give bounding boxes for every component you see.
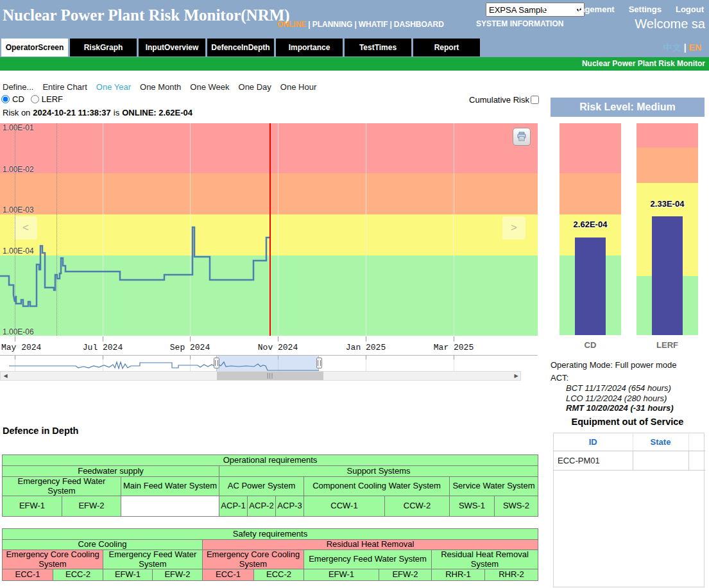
did-cell-sws-2[interactable]: SWS-2 <box>495 496 538 517</box>
did-cell-efw-2[interactable]: EFW-2 <box>62 496 121 517</box>
risk-status-datetime: 2024-10-21 11:38:37 <box>33 108 110 117</box>
chart-scrollbar[interactable]: ◀ ▶ ||| <box>0 371 521 381</box>
cd-gauge: 2.62E-04 <box>560 123 621 335</box>
equipment-col-id: ID <box>554 433 633 451</box>
navigator-left-handle[interactable] <box>214 358 219 368</box>
did-cell-ecc-2[interactable]: ECC-2 <box>254 569 304 581</box>
settings-link[interactable]: Settings <box>629 4 662 14</box>
x-axis-label: May 2024 <box>1 343 41 352</box>
app-root: Nuclear Power Plant Risk Monitor(NRM) ON… <box>0 0 709 588</box>
did-cell-ac-power-system: AC Power System <box>219 477 304 496</box>
range-one-month[interactable]: One Month <box>140 82 181 92</box>
lerf-radio-label[interactable]: LERF <box>42 94 63 104</box>
chart-x-axis: May 2024Jul 2024Sep 2024Nov 2024Jan 2025… <box>0 336 538 355</box>
did-cell-efw-1[interactable]: EFW-1 <box>304 569 379 581</box>
nav-online[interactable]: ONLINE <box>277 20 306 29</box>
defence-in-depth-title: Defence in Depth <box>3 426 78 436</box>
lang-zh-link[interactable]: 中文 <box>663 42 681 53</box>
did-row: Operational requirements <box>3 455 538 466</box>
did-cell-ecc-2[interactable]: ECC-2 <box>53 569 103 581</box>
did-cell-ecc-1[interactable]: ECC-1 <box>203 569 254 581</box>
act-list: BCT 11/17/2024 (654 hours)LCO 11/2/2024 … <box>551 383 707 413</box>
scrollbar-right-arrow-icon[interactable]: ▶ <box>512 372 520 380</box>
gauge-band <box>560 123 621 173</box>
act-label: ACT: <box>551 373 707 383</box>
tab-riskgraph[interactable]: RiskGraph <box>70 39 137 56</box>
range-one-week[interactable]: One Week <box>190 82 229 92</box>
did-cell-ccw-2[interactable]: CCW-2 <box>385 496 450 517</box>
did-cell-efw-2[interactable]: EFW-2 <box>379 569 432 581</box>
system-information-link[interactable]: SYSTEM INFORMATION <box>476 19 563 28</box>
did-cell-emergency-feed-water-system: Emergency Feed Water System <box>304 550 432 569</box>
equipment-col-filler <box>688 433 705 451</box>
metric-selector: CD LERF <box>1 94 69 104</box>
range-one-hour[interactable]: One Hour <box>280 82 316 92</box>
did-cell-ecc-1[interactable]: ECC-1 <box>3 569 53 581</box>
top-links: User Management Settings Logout <box>543 4 704 14</box>
did-cell-acp-1[interactable]: ACP-1 <box>219 496 248 517</box>
tab-operatorscreen[interactable]: OperatorScreen <box>1 39 68 56</box>
act-item: RMT 10/20/2024 (-31 hours) <box>566 403 707 413</box>
chart-navigator[interactable] <box>0 355 538 371</box>
did-cell-rhr-2[interactable]: RHR-2 <box>485 569 538 581</box>
gauge-band <box>636 123 698 148</box>
scrollbar-thumb[interactable]: ||| <box>217 372 323 380</box>
did-cell-efw-1[interactable]: EFW-1 <box>103 569 153 581</box>
lerf-gauge: 2.33E-04 <box>636 123 698 335</box>
range-one-day[interactable]: One Day <box>239 82 271 92</box>
tab-report[interactable]: Report <box>413 39 480 56</box>
did-cell-empty <box>121 496 219 517</box>
logout-link[interactable]: Logout <box>676 4 704 14</box>
user-management-link[interactable]: User Management <box>543 4 615 14</box>
did-cell-emergency-core-cooling-system: Emergency Core Cooling System <box>3 550 103 569</box>
did-cell-support-systems: Support Systems <box>219 466 538 477</box>
scrollbar-left-arrow-icon[interactable]: ◀ <box>1 372 10 380</box>
cumulative-risk-checkbox[interactable] <box>531 96 539 104</box>
x-axis-label: Nov 2024 <box>258 343 298 352</box>
risk-trend-chart[interactable]: < > 1.00E-011.00E-021.00E-031.00E-041.00… <box>0 123 538 336</box>
did-cell-efw-1[interactable]: EFW-1 <box>3 496 62 517</box>
tab-testtimes[interactable]: TestTimes <box>345 39 411 56</box>
range-define[interactable]: Define... <box>3 82 33 92</box>
gauge-value-cd: 2.62E-04 <box>553 220 628 229</box>
x-axis-label: Mar 2025 <box>434 343 474 352</box>
did-cell-acp-2[interactable]: ACP-2 <box>248 496 276 517</box>
mode-separator: | <box>308 20 310 29</box>
did-cell-ccw-1[interactable]: CCW-1 <box>304 496 385 517</box>
lerf-radio[interactable] <box>31 95 39 103</box>
cd-radio[interactable] <box>1 95 10 103</box>
tab-inputoverview[interactable]: InputOverview <box>139 39 205 56</box>
equipment-col-state: State <box>633 433 688 451</box>
welcome-text: Welcome sa <box>635 17 705 31</box>
tab-importance[interactable]: Importance <box>276 39 343 56</box>
x-axis-tick <box>278 336 278 342</box>
navigator-right-handle[interactable] <box>316 358 322 368</box>
did-cell-component-cooling-water-system: Component Cooling Water System <box>304 477 450 496</box>
did-cell-emergency-feed-water-system: Emergency Feed Water System <box>3 477 121 496</box>
cd-radio-label[interactable]: CD <box>12 94 24 104</box>
equipment-row[interactable]: ECC-PM01 <box>554 451 705 471</box>
equipment-cell <box>633 451 688 471</box>
range-one-year[interactable]: One Year <box>96 82 131 92</box>
gauge-value-lerf: 2.33E-04 <box>630 199 705 209</box>
operational-requirements-table: Operational requirementsFeedwater supply… <box>2 454 538 517</box>
did-cell-efw-2[interactable]: EFW-2 <box>153 569 203 581</box>
tab-defenceindepth[interactable]: DefenceInDepth <box>207 39 274 56</box>
x-axis-tick <box>15 336 15 342</box>
act-item: BCT 11/17/2024 (654 hours) <box>566 383 707 393</box>
did-cell-operational-requirements: Operational requirements <box>3 455 538 466</box>
mode-separator: | <box>390 20 392 29</box>
nav-whatif[interactable]: WHATIF <box>359 20 388 29</box>
nav-planning[interactable]: PLANNING <box>312 20 353 29</box>
mode-nav: ONLINE|PLANNING|WHATIF|DASHBOARD <box>277 20 444 29</box>
nav-dashboard[interactable]: DASHBOARD <box>394 20 444 29</box>
did-cell-acp-3[interactable]: ACP-3 <box>276 496 304 517</box>
did-cell-residual-heat-removal-system: Residual Heat Removal System <box>432 550 538 569</box>
range-entire-chart[interactable]: Entire Chart <box>42 82 87 92</box>
cumulative-risk-control: Cumulative Risk <box>449 95 539 105</box>
did-cell-rhr-1[interactable]: RHR-1 <box>432 569 485 581</box>
did-cell-safety-requirements: Safety requirements <box>3 529 538 540</box>
equipment-cell: ECC-PM01 <box>554 451 633 471</box>
did-cell-sws-1[interactable]: SWS-1 <box>450 496 495 517</box>
lang-en-link[interactable]: EN <box>689 42 701 53</box>
